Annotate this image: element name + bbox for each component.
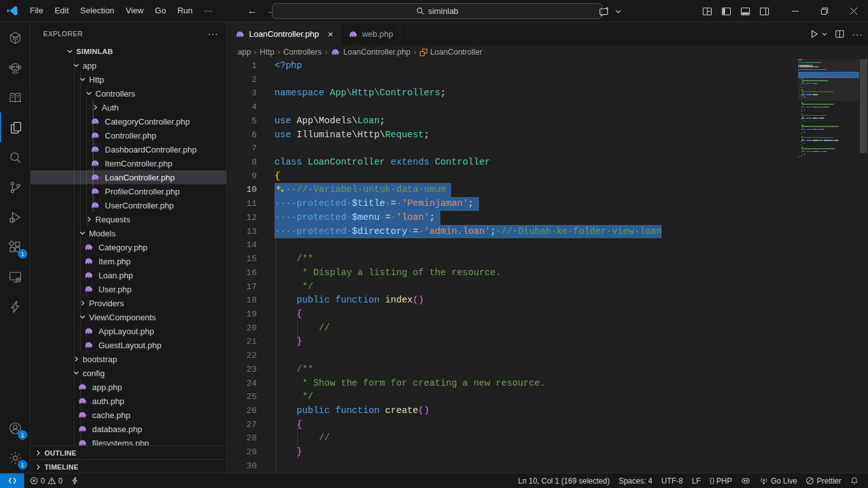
remote-explorer-icon[interactable] bbox=[0, 262, 31, 292]
tree-item-config[interactable]: config bbox=[31, 366, 226, 380]
tab-web-php[interactable]: web.php bbox=[341, 23, 400, 45]
breadcrumb-http[interactable]: Http bbox=[260, 48, 275, 57]
tree-item-profilecontroller-php[interactable]: ProfileController.php bbox=[31, 184, 226, 198]
code-line: 28 // bbox=[227, 431, 868, 445]
bolt-status-icon[interactable] bbox=[67, 474, 83, 488]
chevron-down-icon[interactable] bbox=[614, 3, 623, 20]
php-file-icon bbox=[90, 186, 100, 196]
book-icon[interactable] bbox=[0, 83, 31, 112]
breadcrumb-app[interactable]: app bbox=[238, 48, 251, 57]
close-window-button[interactable] bbox=[839, 0, 868, 22]
problems-status[interactable]: 00 bbox=[25, 474, 67, 488]
run-button[interactable] bbox=[810, 29, 819, 39]
remote-indicator[interactable] bbox=[0, 473, 24, 488]
outline-section[interactable]: OUTLINE bbox=[31, 445, 226, 459]
tree-item-providers[interactable]: Providers bbox=[31, 296, 226, 310]
tree-item-loan-php[interactable]: Loan.php bbox=[31, 268, 226, 282]
tree-item-auth[interactable]: Auth bbox=[31, 100, 226, 114]
tree-item-app-php[interactable]: app.php bbox=[31, 380, 226, 394]
go-live[interactable]: Go Live bbox=[755, 474, 801, 488]
tree-item-usercontroller-php[interactable]: UserController.php bbox=[31, 198, 226, 212]
tree-item-siminlab[interactable]: SIMINLAB bbox=[31, 44, 226, 58]
extensions-icon[interactable]: 1 bbox=[0, 232, 31, 262]
monkey-icon[interactable] bbox=[0, 53, 31, 83]
tree-item-controllers[interactable]: Controllers bbox=[31, 86, 226, 100]
tree-item-user-php[interactable]: User.php bbox=[31, 282, 226, 296]
run-debug-icon[interactable] bbox=[0, 202, 31, 232]
explorer-more-actions-icon[interactable]: ··· bbox=[208, 29, 219, 39]
menu-item-file[interactable]: File bbox=[24, 3, 49, 18]
tree-item-applayout-php[interactable]: AppLayout.php bbox=[31, 324, 226, 338]
tree-item-app[interactable]: app bbox=[31, 58, 226, 72]
menu-item-view[interactable]: View bbox=[120, 3, 149, 18]
vertical-scrollbar[interactable] bbox=[859, 59, 868, 473]
tree-item-dashboardcontroller-php[interactable]: DashboardController.php bbox=[31, 142, 226, 156]
thunder-client-icon[interactable] bbox=[0, 292, 31, 322]
notifications[interactable] bbox=[846, 474, 863, 488]
explorer-icon[interactable] bbox=[0, 112, 31, 142]
account-icon[interactable]: 1 bbox=[0, 413, 31, 443]
language-mode[interactable]: { }PHP bbox=[705, 474, 736, 488]
minimap[interactable] bbox=[798, 59, 859, 473]
scrollbar-thumb[interactable] bbox=[860, 59, 867, 153]
php-file-icon bbox=[84, 326, 94, 336]
minimize-button[interactable] bbox=[780, 0, 810, 22]
toggle-panel-icon[interactable] bbox=[737, 3, 754, 20]
toggle-primary-sidebar-icon[interactable] bbox=[718, 3, 735, 20]
nav-back-button[interactable]: ← bbox=[247, 5, 257, 17]
encoding[interactable]: UTF-8 bbox=[657, 474, 688, 488]
source-control-icon[interactable] bbox=[0, 172, 31, 202]
tree-item-filesystems-php[interactable]: filesystems.php bbox=[31, 436, 226, 445]
tree-item-loancontroller-php[interactable]: LoanController.php bbox=[31, 170, 226, 184]
tree-item-guestlayout-php[interactable]: GuestLayout.php bbox=[31, 338, 226, 352]
maximize-restore-button[interactable] bbox=[810, 0, 839, 22]
menu-item-go[interactable]: Go bbox=[149, 3, 172, 18]
line-number: 19 bbox=[227, 308, 257, 322]
tree-item-cache-php[interactable]: cache.php bbox=[31, 408, 226, 422]
command-center-search[interactable]: siminlab bbox=[272, 3, 602, 19]
settings-icon[interactable]: 1 bbox=[0, 443, 31, 473]
tree-item-requests[interactable]: Requests bbox=[31, 212, 226, 226]
code-editor[interactable]: 1<?php23namespace App\Http\Controllers;4… bbox=[227, 59, 868, 473]
indentation[interactable]: Spaces: 4 bbox=[614, 474, 656, 488]
close-tab-icon[interactable]: × bbox=[328, 29, 334, 39]
tree-item-itemcontroller-php[interactable]: ItemController.php bbox=[31, 156, 226, 170]
menu-item-edit[interactable]: Edit bbox=[49, 3, 74, 18]
tree-item-controller-php[interactable]: Controller.php bbox=[31, 128, 226, 142]
copilot-icon[interactable] bbox=[596, 3, 613, 20]
tree-item-item-php[interactable]: Item.php bbox=[31, 254, 226, 268]
line-number: 17 bbox=[227, 280, 257, 294]
editor-more-actions-icon[interactable]: ··· bbox=[852, 29, 863, 39]
menu-item-[interactable]: ··· bbox=[198, 3, 218, 18]
tab-loancontroller-php[interactable]: LoanController.php× bbox=[227, 23, 341, 45]
tree-item-http[interactable]: Http bbox=[31, 72, 226, 86]
breadcrumb-loancontroller[interactable]: LoanController bbox=[419, 48, 482, 57]
tree-item-bootstrap[interactable]: bootstrap bbox=[31, 352, 226, 366]
menu-item-run[interactable]: Run bbox=[172, 3, 198, 18]
tree-item-categorycontroller-php[interactable]: CategoryController.php bbox=[31, 114, 226, 128]
breadcrumb-separator: › bbox=[254, 48, 257, 57]
breadcrumb-loancontroller-php[interactable]: LoanController.php bbox=[330, 47, 410, 57]
prettier[interactable]: Prettier bbox=[801, 474, 846, 488]
tree-item-models[interactable]: Models bbox=[31, 226, 226, 240]
line-number: 18 bbox=[227, 294, 257, 308]
run-chevron-down-icon[interactable] bbox=[822, 31, 827, 37]
timeline-section[interactable]: TIMELINE bbox=[31, 459, 226, 473]
error-count: 0 bbox=[41, 477, 45, 485]
cursor-position[interactable]: Ln 10, Col 1 (169 selected) bbox=[513, 474, 614, 488]
container-icon[interactable] bbox=[0, 23, 31, 53]
breadcrumb-controllers[interactable]: Controllers bbox=[283, 48, 322, 57]
eol[interactable]: LF bbox=[688, 474, 705, 488]
prettier-label: Prettier bbox=[817, 477, 841, 485]
search-icon[interactable] bbox=[0, 142, 31, 172]
toggle-secondary-sidebar-icon[interactable] bbox=[756, 3, 773, 20]
tree-item-auth-php[interactable]: auth.php bbox=[31, 394, 226, 408]
activity-bar: 111 bbox=[0, 23, 31, 473]
split-editor-icon[interactable] bbox=[835, 29, 844, 39]
tree-item-database-php[interactable]: database.php bbox=[31, 422, 226, 436]
customize-layout-icon[interactable] bbox=[699, 3, 715, 20]
menu-item-selection[interactable]: Selection bbox=[74, 3, 119, 18]
copilot[interactable] bbox=[736, 474, 755, 488]
tree-item-category-php[interactable]: Category.php bbox=[31, 240, 226, 254]
tree-item-view-components[interactable]: View\Components bbox=[31, 310, 226, 324]
